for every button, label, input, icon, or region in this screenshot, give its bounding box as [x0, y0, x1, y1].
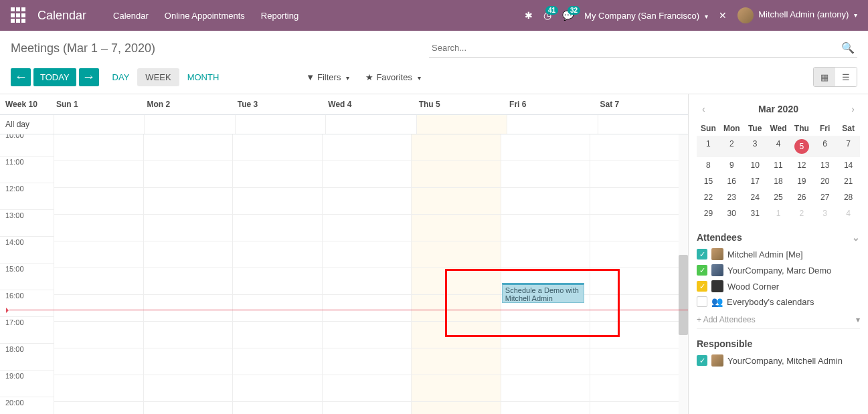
allday-cell[interactable] — [325, 115, 416, 134]
allday-cell[interactable] — [54, 115, 144, 134]
scale-month-button[interactable]: MONTH — [179, 68, 228, 86]
attendee-everybody[interactable]: 👥 Everybody's calendars — [697, 296, 860, 307]
calendar-grid[interactable]: 10:0011:0012:0013:0014:0015:0016:0017:00… — [0, 134, 688, 414]
mini-day[interactable]: 3 — [744, 136, 767, 157]
scale-day-button[interactable]: DAY — [104, 68, 138, 86]
mini-day[interactable]: 1 — [697, 136, 720, 157]
mini-day[interactable]: 18 — [767, 173, 790, 189]
mini-day[interactable]: 4 — [837, 205, 860, 221]
mini-day[interactable]: 25 — [767, 189, 790, 205]
allday-cell[interactable] — [416, 115, 507, 134]
mini-day[interactable]: 6 — [813, 136, 837, 157]
allday-cell[interactable] — [235, 115, 325, 134]
mini-calendar: ‹ Mar 2020 › SunMonTueWedThuFriSat123456… — [697, 101, 860, 221]
checkbox-icon[interactable]: ✓ — [697, 281, 707, 292]
mini-day[interactable]: 19 — [790, 173, 813, 189]
day-header-wed[interactable]: Wed 4 — [325, 94, 416, 114]
mini-next-button[interactable]: › — [846, 104, 860, 114]
list-view-button[interactable]: ☰ — [835, 68, 857, 86]
day-column[interactable] — [143, 134, 233, 414]
mini-day[interactable]: 31 — [744, 205, 767, 221]
search-input[interactable] — [429, 39, 857, 58]
mini-day[interactable]: 11 — [767, 157, 790, 173]
chevron-down-icon[interactable]: ⌄ — [852, 232, 860, 243]
mini-day[interactable]: 16 — [720, 173, 744, 189]
responsible-item[interactable]: ✓ YourCompany, Mitchell Admin — [697, 354, 860, 367]
mini-day[interactable]: 4 — [767, 136, 790, 157]
mini-prev-button[interactable]: ‹ — [697, 104, 711, 114]
mini-day[interactable]: 22 — [697, 189, 720, 205]
debug-icon[interactable]: ✕ — [719, 10, 727, 21]
mini-day[interactable]: 14 — [837, 157, 860, 173]
day-column[interactable] — [232, 134, 322, 414]
nav-menu-reporting[interactable]: Reporting — [261, 11, 298, 21]
checkbox-icon[interactable] — [697, 296, 707, 307]
mini-day[interactable]: 27 — [813, 189, 837, 205]
day-header-fri[interactable]: Fri 6 — [507, 94, 597, 114]
allday-cell[interactable] — [598, 115, 688, 134]
today-button[interactable]: TODAY — [33, 68, 76, 86]
mini-day[interactable]: 8 — [697, 157, 720, 173]
main-area: Week 10 Sun 1 Mon 2 Tue 3 Wed 4 Thu 5 Fr… — [0, 94, 868, 414]
calendar-view-button[interactable]: ▦ — [814, 68, 835, 86]
calendar-event[interactable]: Schedule a Demo with Mitchell Admin — [502, 283, 585, 303]
mini-day[interactable]: 20 — [813, 173, 837, 189]
favorites-button[interactable]: ★ Favorites — [365, 72, 420, 82]
apps-icon[interactable] — [11, 7, 27, 23]
scrollbar-track[interactable] — [679, 134, 688, 414]
activities-icon[interactable]: ◷ 41 — [543, 10, 551, 21]
mini-day[interactable]: 30 — [720, 205, 744, 221]
day-column[interactable] — [322, 134, 412, 414]
mini-day[interactable]: 24 — [744, 189, 767, 205]
mini-day[interactable]: 5 — [790, 136, 813, 157]
prev-button[interactable]: 🡐 — [11, 68, 31, 86]
day-header-thu[interactable]: Thu 5 — [416, 94, 507, 114]
day-column[interactable] — [54, 134, 143, 414]
mini-day[interactable]: 23 — [720, 189, 744, 205]
attendee-item[interactable]: ✓Mitchell Admin [Me] — [697, 248, 860, 260]
mini-day[interactable]: 29 — [697, 205, 720, 221]
mini-day[interactable]: 12 — [790, 157, 813, 173]
scrollbar-thumb[interactable] — [679, 255, 688, 335]
day-header-mon[interactable]: Mon 2 — [144, 94, 234, 114]
checkbox-icon[interactable]: ✓ — [697, 249, 707, 260]
mini-day[interactable]: 15 — [697, 173, 720, 189]
day-column[interactable] — [411, 134, 501, 414]
mini-day[interactable]: 26 — [790, 189, 813, 205]
allday-cell[interactable] — [507, 115, 597, 134]
next-button[interactable]: 🡒 — [79, 68, 99, 86]
mini-day[interactable]: 2 — [790, 205, 813, 221]
checkbox-icon[interactable]: ✓ — [697, 265, 707, 276]
scale-week-button[interactable]: WEEK — [137, 68, 179, 86]
mini-day[interactable]: 10 — [744, 157, 767, 173]
allday-cell[interactable] — [144, 115, 234, 134]
day-column[interactable] — [501, 134, 590, 414]
mini-day[interactable]: 1 — [767, 205, 790, 221]
company-switcher[interactable]: My Company (San Francisco) — [584, 11, 708, 21]
search-icon[interactable]: 🔍 — [841, 41, 855, 54]
day-header-sun[interactable]: Sun 1 — [54, 94, 144, 114]
attendee-item[interactable]: ✓Wood Corner — [697, 280, 860, 292]
add-attendee-input[interactable]: + Add Attendees ▾ — [697, 311, 860, 329]
mini-day[interactable]: 7 — [837, 136, 860, 157]
nav-menu-online-appointments[interactable]: Online Appointments — [165, 11, 245, 21]
responsible-section: Responsible ✓ YourCompany, Mitchell Admi… — [697, 338, 860, 367]
mini-day[interactable]: 2 — [720, 136, 744, 157]
bug-icon[interactable]: ✱ — [525, 10, 533, 21]
day-column[interactable] — [590, 134, 679, 414]
day-header-sat[interactable]: Sat 7 — [598, 94, 688, 114]
mini-day[interactable]: 21 — [837, 173, 860, 189]
mini-day[interactable]: 9 — [720, 157, 744, 173]
mini-day[interactable]: 17 — [744, 173, 767, 189]
attendee-item[interactable]: ✓YourCompany, Marc Demo — [697, 264, 860, 276]
time-label: 13:00 — [0, 210, 54, 237]
mini-day[interactable]: 13 — [813, 157, 837, 173]
day-header-tue[interactable]: Tue 3 — [235, 94, 325, 114]
mini-day[interactable]: 3 — [813, 205, 837, 221]
checkbox-icon[interactable]: ✓ — [697, 355, 707, 366]
nav-menu-calendar[interactable]: Calendar — [113, 11, 149, 21]
messages-icon[interactable]: 💬 32 — [562, 10, 574, 21]
user-menu[interactable]: Mitchell Admin (antony) — [737, 7, 857, 23]
mini-day[interactable]: 28 — [837, 189, 860, 205]
filters-button[interactable]: ▼ Filters — [306, 72, 349, 82]
